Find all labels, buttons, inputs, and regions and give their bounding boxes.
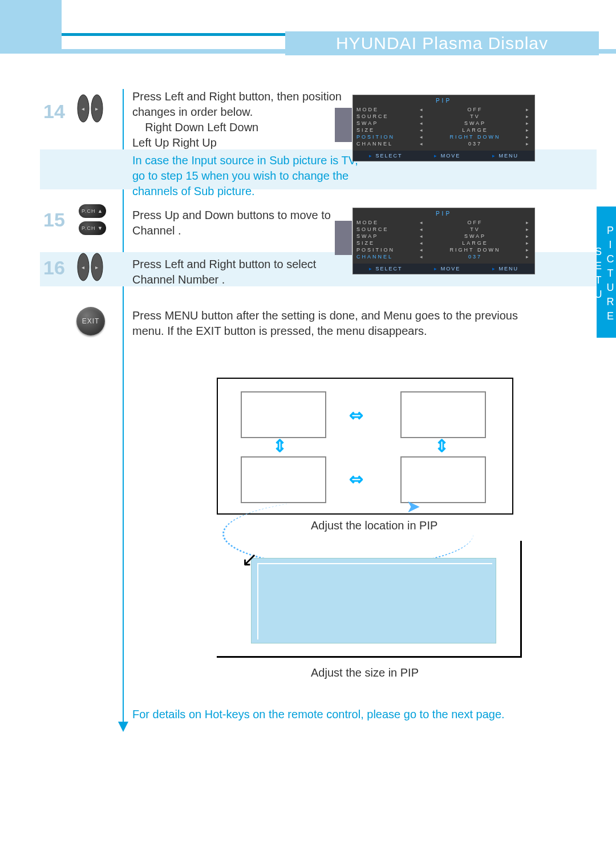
pip-size-box <box>251 558 496 643</box>
osd-label: POSITION <box>356 134 419 140</box>
osd-value: TV <box>425 114 525 119</box>
step-14-note: In case the Input source in Sub picture … <box>132 153 383 199</box>
osd-row: SOURCE◂TV▸ <box>353 113 534 120</box>
note-line2: go to step 15 when you wish to change th… <box>132 169 348 182</box>
exit-button-icon: EXIT <box>76 307 105 335</box>
osd-value: RIGHT DOWN <box>425 134 525 140</box>
pip-size-diagram <box>217 541 522 658</box>
osd-side-badge <box>335 221 352 255</box>
osd-row: SWAP◂SWAP▸ <box>353 120 534 127</box>
pch-up-button: P.CH ▲ <box>79 204 106 218</box>
step-number-16: 16 <box>43 257 65 279</box>
step-14-line3: Right Down Left Down <box>145 121 258 133</box>
horizontal-arrow-icon: ⇔ <box>349 469 363 489</box>
diagram2-caption: Adjust the size in PIP <box>311 666 419 679</box>
osd-label: SIZE <box>356 240 419 246</box>
left-right-button-icon: ◂ ▸ <box>74 92 106 127</box>
osd-value: LARGE <box>425 240 525 246</box>
pip-box-left-down <box>241 456 326 503</box>
osd-value: SWAP <box>425 233 525 239</box>
left-arrow-icon: ◂ <box>419 220 425 225</box>
left-arrow-icon: ◂ <box>419 107 425 112</box>
right-arrow-icon: ▸ <box>525 127 531 133</box>
osd-value: 037 <box>425 254 525 260</box>
right-arrow-icon: ▸ <box>525 220 531 225</box>
osd-value: TV <box>425 226 525 232</box>
osd-foot-select: SELECT <box>369 266 403 272</box>
osd-label: SOURCE <box>356 114 419 119</box>
osd-label: MODE <box>356 220 419 225</box>
vertical-arrow-icon: ⇕ <box>435 436 449 456</box>
osd-row: CHANNEL◂037▸ <box>353 140 534 147</box>
left-arrow-icon: ◂ <box>419 114 425 119</box>
inner-line <box>257 563 492 564</box>
header-bar <box>0 49 616 54</box>
osd-row: SOURCE◂TV▸ <box>353 226 534 233</box>
osd-foot-menu: MENU <box>492 266 518 272</box>
osd-value: RIGHT DOWN <box>425 247 525 253</box>
section-tab: PICTURE SETU <box>597 207 616 338</box>
osd-value: OFF <box>425 107 525 112</box>
osd-menu-channel: PIP MODE◂OFF▸ SOURCE◂TV▸ SWAP◂SWAP▸ SIZE… <box>352 208 535 274</box>
pip-box-left-up <box>241 391 326 438</box>
osd-menu-position: PIP MODE◂OFF▸ SOURCE◂TV▸ SWAP◂SWAP▸ SIZE… <box>352 95 535 161</box>
pip-position-diagram: ⇔ ⇔ ⇕ ⇕ ➤ <box>217 378 513 515</box>
exit-text: Press MENU button after the setting is d… <box>132 308 543 339</box>
step-16-text: Press Left and Right button to select Ch… <box>132 257 360 288</box>
vertical-arrow-icon: ⇕ <box>273 436 287 456</box>
osd-row: SIZE◂LARGE▸ <box>353 240 534 246</box>
header-left-block <box>0 0 62 54</box>
left-arrow-icon: ◂ <box>419 141 425 147</box>
osd-label: SIZE <box>356 127 419 133</box>
osd-label: POSITION <box>356 247 419 253</box>
step-14-line2: changes in order below. <box>132 106 253 118</box>
right-arrow-icon: ▸ <box>525 134 531 140</box>
svg-text:◂: ◂ <box>82 264 84 270</box>
frame-edge-bottom <box>217 656 522 658</box>
step-14-text: Press Left and Right button, then positi… <box>132 89 360 151</box>
frame-edge-right <box>520 541 522 658</box>
exit-button-label: EXIT <box>76 307 105 335</box>
osd-foot-select: SELECT <box>369 153 403 159</box>
svg-text:▸: ▸ <box>95 106 98 112</box>
note-line3: channels of Sub picture. <box>132 185 255 197</box>
step-14-line1: Press Left and Right button, then positi… <box>132 90 342 103</box>
step-number-15: 15 <box>43 209 65 231</box>
osd-side-badge <box>335 108 352 142</box>
osd-value: SWAP <box>425 120 525 126</box>
pip-box-right-up <box>400 391 486 438</box>
osd-row-selected: POSITION◂RIGHT DOWN▸ <box>353 133 534 140</box>
horizontal-arrow-icon: ⇔ <box>349 405 363 425</box>
left-arrow-icon: ◂ <box>419 120 425 126</box>
osd-row: MODE◂OFF▸ <box>353 219 534 226</box>
osd-row-selected: CHANNEL◂037▸ <box>353 253 534 260</box>
pch-down-button: P.CH ▼ <box>79 221 106 235</box>
osd-label: SOURCE <box>356 226 419 232</box>
left-arrow-icon: ◂ <box>419 254 425 260</box>
right-arrow-icon: ▸ <box>525 254 531 260</box>
left-arrow-icon: ◂ <box>419 233 425 239</box>
osd-row: SWAP◂SWAP▸ <box>353 233 534 240</box>
osd-foot-move: MOVE <box>434 153 460 159</box>
osd-title: PIP <box>353 95 534 106</box>
flow-arrow-icon <box>118 722 128 732</box>
right-arrow-icon: ▸ <box>525 114 531 119</box>
right-arrow-icon: ▸ <box>525 226 531 232</box>
osd-title: PIP <box>353 208 534 219</box>
left-right-button-icon: ◂ ▸ <box>74 251 106 286</box>
left-arrow-icon: ◂ <box>419 240 425 246</box>
right-arrow-icon: ▸ <box>525 107 531 112</box>
footnote-hotkeys: For details on Hot-keys on the remote co… <box>132 708 505 721</box>
note-line1: In case the Input source in Sub picture … <box>132 154 358 167</box>
step-15-text: Press Up and Down buttons to move to Cha… <box>132 208 360 238</box>
osd-label: CHANNEL <box>356 254 419 260</box>
left-arrow-icon: ◂ <box>419 226 425 232</box>
osd-label: MODE <box>356 107 419 112</box>
osd-foot-menu: MENU <box>492 153 518 159</box>
left-arrow-icon: ◂ <box>419 247 425 253</box>
osd-label: SWAP <box>356 233 419 239</box>
osd-footer: SELECT MOVE MENU <box>353 151 534 161</box>
svg-text:▸: ▸ <box>95 264 98 270</box>
osd-row: POSITION◂RIGHT DOWN▸ <box>353 246 534 253</box>
step-14-line4: Left Up Right Up <box>132 136 217 149</box>
